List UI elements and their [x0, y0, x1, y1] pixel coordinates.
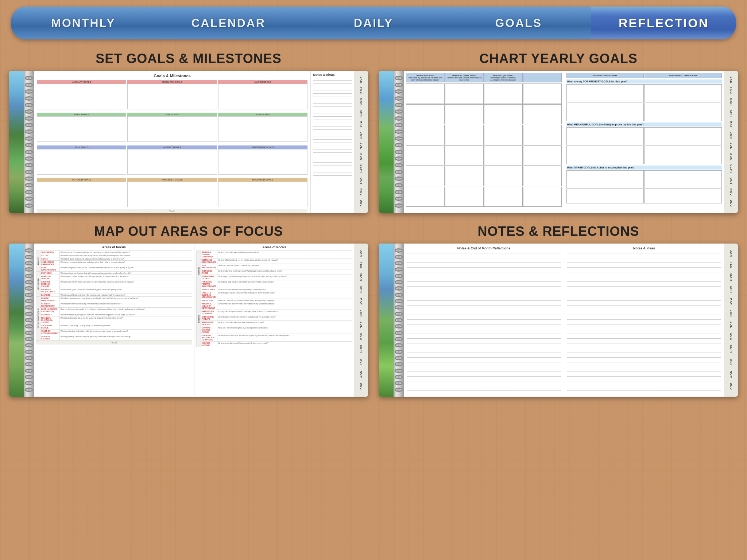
chart-tab-aug[interactable]: AUG [729, 153, 733, 161]
tab-may[interactable]: MAY [360, 121, 363, 128]
new-income-content[interactable]: What opportunities exist to create a new… [217, 321, 352, 326]
exercise-content[interactable]: What steps will I take to improve for ex… [59, 293, 192, 297]
areas-tab-jul[interactable]: JUL [360, 322, 363, 328]
tab-nov[interactable]: NOV [360, 188, 363, 196]
october-body[interactable] [37, 182, 126, 207]
chart-cell-1-3[interactable] [484, 83, 523, 104]
chart-tab-jan[interactable]: JAN [729, 77, 733, 83]
notes-tab-apr[interactable]: APR [729, 286, 733, 293]
goals-content[interactable]: What top 5 goals do I want to achieve in… [59, 257, 192, 261]
health-improvement-content[interactable]: What key improvements in my sleeping and… [59, 297, 192, 302]
nav-reflection[interactable]: REFLECTION [591, 7, 736, 39]
chart-cell-6-1[interactable] [406, 187, 445, 207]
areas-tab-jan[interactable]: JAN [360, 250, 363, 257]
meaningful-professional-2[interactable] [644, 146, 722, 164]
nav-calendar[interactable]: CALENDAR [156, 7, 301, 39]
overcoming-challenges-content[interactable]: What are my current challenges and what … [59, 261, 192, 266]
tab-jun[interactable]: JUN [360, 132, 363, 139]
nav-daily[interactable]: DAILY [301, 7, 446, 39]
chart-cell-3-4[interactable] [523, 125, 562, 145]
overcome-issues-content[interactable]: What relationship challenges exist? What… [217, 269, 352, 275]
chart-tab-nov[interactable]: NOV [729, 188, 733, 196]
chart-tab-jun[interactable]: JUN [729, 132, 733, 139]
march-body[interactable] [218, 84, 307, 109]
january-body[interactable] [37, 84, 126, 109]
productivity-content[interactable]: What concrete ideas will boost my abilit… [217, 288, 352, 291]
notes-tab-nov[interactable]: NOV [729, 371, 733, 378]
top-priority-personal-2[interactable] [566, 103, 644, 121]
habit-improvements-content[interactable]: What new negative habits, habits I need … [59, 266, 192, 272]
chart-cell-2-1[interactable] [406, 104, 445, 125]
chart-cell-2-4[interactable] [523, 104, 562, 125]
helping-content[interactable]: What opportunities exist to help serve t… [217, 251, 352, 258]
notes-tab-dec[interactable]: DEC [729, 383, 733, 390]
areas-tab-aug[interactable]: AUG [360, 333, 363, 341]
notes-tab-jul[interactable]: JUL [729, 322, 733, 328]
tab-jul[interactable]: JUL [360, 143, 363, 149]
tab-dec[interactable]: DEC [360, 200, 363, 207]
deepening-content[interactable]: What shall I start doing - so my relatio… [217, 258, 352, 264]
additional-income-content[interactable]: What can I start doing - or stop doing -… [59, 324, 192, 330]
chart-cell-1-1[interactable] [406, 83, 445, 104]
areas-tab-feb[interactable]: FEB [360, 262, 363, 269]
april-body[interactable] [37, 116, 126, 142]
september-body[interactable] [218, 149, 307, 175]
values-content[interactable]: What are my top values and how do my val… [59, 254, 192, 257]
financial-planning-content[interactable]: What goals line meaning to my life and w… [59, 316, 192, 324]
overcoming-threats-content[interactable]: What tangible threats am I aware of and … [217, 315, 352, 321]
areas-tab-may[interactable]: MAY [360, 298, 363, 305]
innovation-finance-content[interactable]: How can I improve my entrepreneurial abi… [217, 299, 352, 302]
chart-cell-1-4[interactable] [523, 83, 562, 104]
february-body[interactable] [127, 84, 217, 109]
notes-tab-mar[interactable]: MAR [729, 273, 733, 281]
nav-goals[interactable]: GOALS [446, 7, 591, 39]
areas-tab-sept[interactable]: SEPT [360, 345, 363, 354]
chart-tab-oct[interactable]: OCT [729, 178, 733, 185]
tab-mar[interactable]: MAR [360, 98, 363, 106]
notes-tab-jan[interactable]: JAN [729, 250, 733, 257]
personal-investments-content[interactable]: Where shall I invest time and money to g… [217, 334, 352, 342]
food-nutrition-content[interactable]: How can I improve the quality of my diet… [59, 308, 192, 313]
other-personal-2[interactable] [566, 189, 644, 203]
tab-oct[interactable]: OCT [360, 178, 363, 185]
chart-tab-sept[interactable]: SEPT [729, 164, 733, 174]
chart-cell-5-1[interactable] [406, 166, 445, 186]
chart-tab-dec[interactable]: DEC [729, 200, 733, 207]
chart-cell-4-4[interactable] [523, 145, 562, 166]
areas-tab-apr[interactable]: APR [360, 286, 363, 293]
strengthen-values-content[interactable]: What steps can I take to improve within … [217, 275, 352, 280]
chart-cell-3-1[interactable] [406, 125, 445, 145]
meaningful-professional[interactable] [644, 127, 722, 145]
creative-problem-content[interactable]: What areas in my life need a proactive b… [59, 280, 192, 288]
new-ideas-content[interactable]: What new ideas can I act on that will im… [59, 272, 192, 275]
other-professional-2[interactable] [644, 189, 722, 203]
meaningful-personal[interactable] [566, 127, 644, 145]
tab-sept[interactable]: SEPT [360, 164, 363, 174]
chart-cell-5-4[interactable] [523, 166, 562, 186]
november-body[interactable] [127, 182, 217, 207]
immediate-areas-content[interactable]: What immediate improvements are needed i… [217, 302, 352, 310]
other-professional[interactable] [644, 170, 722, 188]
chart-cell-5-2[interactable] [445, 166, 484, 186]
sense-accomplishment-content[interactable]: What new thinking and attitude will help… [59, 330, 192, 335]
chart-cell-4-3[interactable] [484, 145, 523, 166]
open-issues-content[interactable]: Among the list of professional challenge… [217, 310, 352, 315]
success-factors-content[interactable]: What success factors will help consisten… [217, 342, 352, 347]
chart-tab-jul[interactable]: JUL [729, 143, 733, 149]
career-business-content[interactable]: What tangible career advancements or bus… [217, 291, 352, 299]
areas-tab-dec[interactable]: DEC [360, 383, 363, 390]
chart-cell-1-2[interactable] [445, 83, 484, 104]
chart-cell-3-2[interactable] [445, 125, 484, 145]
notes-tab-aug[interactable]: AUG [729, 333, 733, 341]
chart-cell-4-2[interactable] [445, 145, 484, 166]
notes-tab-feb[interactable]: FEB [729, 262, 733, 269]
chart-cell-6-2[interactable] [445, 187, 484, 207]
areas-tab-mar[interactable]: MAR [360, 273, 363, 281]
tab-apr[interactable]: APR [360, 110, 363, 117]
july-body[interactable] [37, 149, 126, 175]
chart-cell-5-3[interactable] [484, 166, 523, 186]
nav-monthly[interactable]: MONTHLY [11, 7, 156, 39]
notes-tab-may[interactable]: MAY [729, 298, 733, 305]
december-body[interactable] [218, 182, 307, 207]
top-priority-professional[interactable] [644, 84, 722, 102]
